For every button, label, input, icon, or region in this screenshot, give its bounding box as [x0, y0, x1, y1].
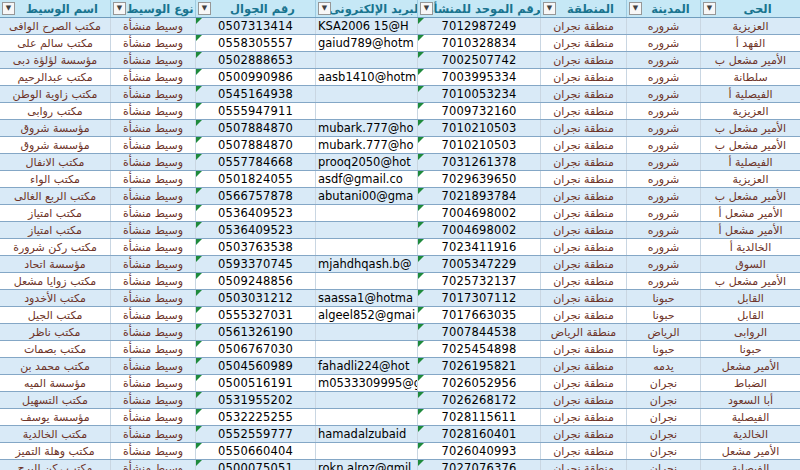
cell-phone[interactable]: 0561326190: [195, 324, 315, 340]
cell-name[interactable]: مكتب الأخدود: [0, 290, 110, 306]
cell-phone[interactable]: 0509248856: [195, 273, 315, 289]
cell-unified[interactable]: 7025454898: [417, 341, 540, 357]
column-header-region[interactable]: ▼المنطقة: [540, 0, 626, 17]
cell-name[interactable]: مؤسسة لؤلؤة دبى: [0, 52, 110, 68]
cell-type[interactable]: وسيط منشأة: [110, 324, 195, 340]
cell-email[interactable]: [315, 103, 417, 119]
cell-type[interactable]: وسيط منشأة: [110, 426, 195, 442]
cell-name[interactable]: مكتب الواء: [0, 171, 110, 187]
cell-phone[interactable]: 0555327031: [195, 307, 315, 323]
cell-city[interactable]: الرياض: [626, 324, 700, 340]
cell-name[interactable]: مكتب ركن شرورة: [0, 239, 110, 255]
cell-phone[interactable]: 0536409523: [195, 205, 315, 221]
cell-phone[interactable]: 0532225255: [195, 409, 315, 425]
cell-unified[interactable]: 7029639650: [417, 171, 540, 187]
cell-region[interactable]: منطقة نجران: [540, 239, 626, 255]
cell-unified[interactable]: 7031261378: [417, 154, 540, 170]
cell-district[interactable]: الأمير مشعل: [700, 358, 800, 374]
cell-city[interactable]: نجران: [626, 375, 700, 391]
cell-name[interactable]: مكتب ركن البرج: [0, 460, 110, 470]
cell-type[interactable]: وسيط منشأة: [110, 290, 195, 306]
cell-district[interactable]: العزيزية: [700, 18, 800, 34]
cell-unified[interactable]: 7005347229: [417, 256, 540, 272]
cell-district[interactable]: العزيزية: [700, 103, 800, 119]
cell-type[interactable]: وسيط منشأة: [110, 256, 195, 272]
cell-district[interactable]: العزيزية: [700, 171, 800, 187]
cell-phone[interactable]: 0550660404: [195, 443, 315, 459]
cell-region[interactable]: منطقة نجران: [540, 392, 626, 408]
cell-phone[interactable]: 0531955202: [195, 392, 315, 408]
cell-unified[interactable]: 7007844538: [417, 324, 540, 340]
cell-name[interactable]: مكتب بصمات: [0, 341, 110, 357]
cell-unified[interactable]: 7003995334: [417, 69, 540, 85]
cell-unified[interactable]: 7028160401: [417, 426, 540, 442]
cell-city[interactable]: حبونا: [626, 307, 700, 323]
cell-unified[interactable]: 7009732160: [417, 103, 540, 119]
cell-region[interactable]: منطقة نجران: [540, 120, 626, 136]
filter-dropdown-icon-type[interactable]: ▼: [113, 2, 126, 15]
cell-city[interactable]: شروره: [626, 171, 700, 187]
filter-dropdown-icon-name[interactable]: ▼: [2, 2, 15, 15]
cell-email[interactable]: [315, 273, 417, 289]
cell-email[interactable]: asdf@gmail.co: [315, 171, 417, 187]
cell-city[interactable]: شروره: [626, 35, 700, 51]
cell-region[interactable]: منطقة نجران: [540, 86, 626, 102]
cell-unified[interactable]: 7026052956: [417, 375, 540, 391]
cell-name[interactable]: مكتب الربع الغالى: [0, 188, 110, 204]
cell-email[interactable]: fahadli224@hot: [315, 358, 417, 374]
cell-region[interactable]: منطقة نجران: [540, 273, 626, 289]
cell-unified[interactable]: 7004698002: [417, 205, 540, 221]
cell-name[interactable]: مكتب الصرح الوافى: [0, 18, 110, 34]
cell-email[interactable]: [315, 239, 417, 255]
cell-email[interactable]: [315, 86, 417, 102]
cell-unified[interactable]: 7010210503: [417, 120, 540, 136]
cell-phone[interactable]: 0558305557: [195, 35, 315, 51]
cell-region[interactable]: منطقة نجران: [540, 409, 626, 425]
cell-unified[interactable]: 7004698002: [417, 222, 540, 238]
cell-name[interactable]: مؤسسة الميه: [0, 375, 110, 391]
cell-name[interactable]: مؤسسة اتحاد: [0, 256, 110, 272]
cell-phone[interactable]: 0566757878: [195, 188, 315, 204]
cell-name[interactable]: مكتب الانفال: [0, 154, 110, 170]
cell-phone[interactable]: 0500516191: [195, 375, 315, 391]
cell-city[interactable]: شروره: [626, 188, 700, 204]
cell-city[interactable]: شروره: [626, 69, 700, 85]
cell-region[interactable]: منطقة نجران: [540, 69, 626, 85]
cell-district[interactable]: الأمير مشعل أ: [700, 222, 800, 238]
cell-city[interactable]: شروره: [626, 154, 700, 170]
cell-unified[interactable]: 7026040993: [417, 443, 540, 459]
cell-name[interactable]: مكتب عبدالرحيم: [0, 69, 110, 85]
cell-region[interactable]: منطقة نجران: [540, 443, 626, 459]
cell-name[interactable]: مكتب سالم على: [0, 35, 110, 51]
cell-unified[interactable]: 7025732137: [417, 273, 540, 289]
cell-city[interactable]: نجران: [626, 392, 700, 408]
cell-phone[interactable]: 0507884870: [195, 120, 315, 136]
cell-name[interactable]: مؤسسة يوسف: [0, 409, 110, 425]
cell-type[interactable]: وسيط منشأة: [110, 137, 195, 153]
cell-email[interactable]: gaiud789@hotm: [315, 35, 417, 51]
cell-region[interactable]: منطقة نجران: [540, 171, 626, 187]
cell-district[interactable]: الأمير مشعل ب: [700, 52, 800, 68]
cell-city[interactable]: نجران: [626, 460, 700, 470]
cell-unified[interactable]: 7017663035: [417, 307, 540, 323]
cell-name[interactable]: مؤسسة شروق: [0, 137, 110, 153]
cell-city[interactable]: نجران: [626, 443, 700, 459]
cell-region[interactable]: منطقة نجران: [540, 256, 626, 272]
cell-city[interactable]: حبونا: [626, 290, 700, 306]
cell-district[interactable]: الضباط: [700, 375, 800, 391]
cell-name[interactable]: مكتب الجيل: [0, 307, 110, 323]
cell-city[interactable]: حبونا: [626, 341, 700, 357]
cell-unified[interactable]: 7023411916: [417, 239, 540, 255]
filter-dropdown-icon-district[interactable]: ▼: [703, 2, 716, 15]
cell-email[interactable]: [315, 205, 417, 221]
cell-region[interactable]: منطقة نجران: [540, 358, 626, 374]
cell-city[interactable]: شروره: [626, 103, 700, 119]
cell-type[interactable]: وسيط منشأة: [110, 103, 195, 119]
cell-district[interactable]: الأمير مشعل ب: [700, 137, 800, 153]
cell-unified[interactable]: 7027076376: [417, 460, 540, 470]
cell-name[interactable]: مكتب ناظر: [0, 324, 110, 340]
cell-phone[interactable]: 0506767030: [195, 341, 315, 357]
cell-city[interactable]: شروره: [626, 256, 700, 272]
cell-type[interactable]: وسيط منشأة: [110, 18, 195, 34]
cell-unified[interactable]: 7012987249: [417, 18, 540, 34]
